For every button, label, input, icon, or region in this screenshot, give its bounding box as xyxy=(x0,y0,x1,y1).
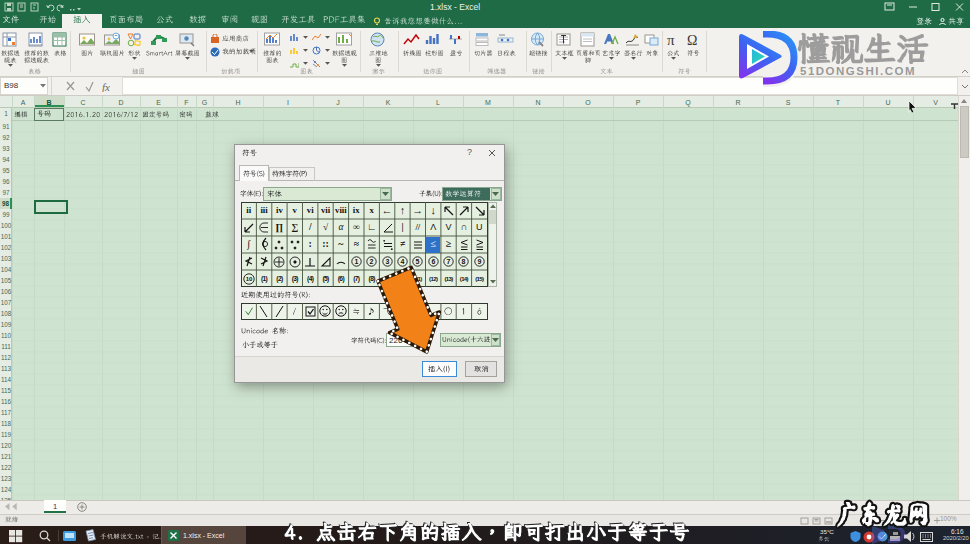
svg-text:10: 10 xyxy=(245,276,252,282)
svg-text:9: 9 xyxy=(477,258,481,265)
